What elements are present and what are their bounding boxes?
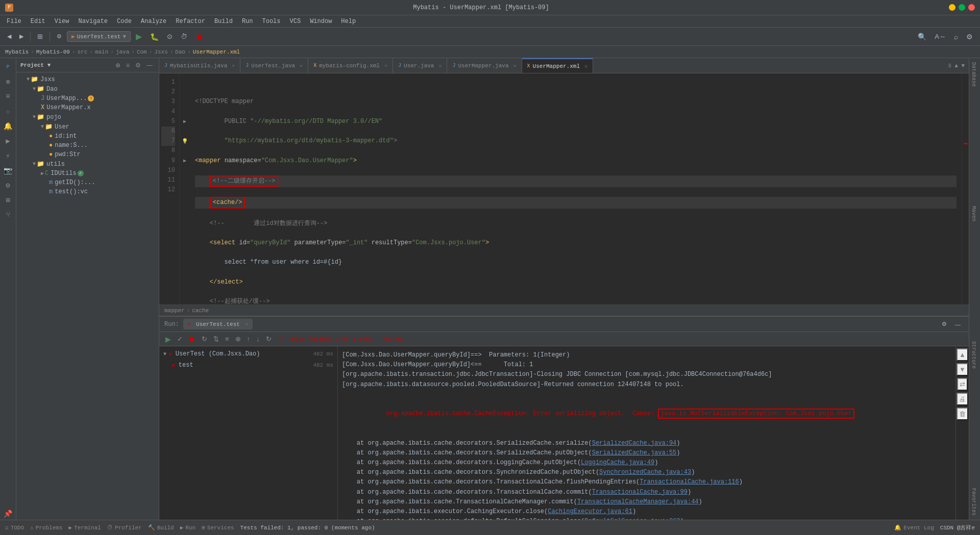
tree-item-test-method[interactable]: m test():vc <box>16 187 159 196</box>
link-cachingexecutor[interactable]: CachingExecutor.java:61 <box>548 508 632 515</box>
run-check[interactable]: ✓ <box>175 334 185 344</box>
menu-navigate[interactable]: Navigate <box>74 17 112 26</box>
tab-usermapperxml[interactable]: X UserMapper.xml ✕ <box>522 58 593 73</box>
run-panel-settings[interactable]: ⚙ <box>939 319 950 329</box>
project-button[interactable]: ⊞ <box>34 31 46 42</box>
tab-usertest[interactable]: J UserTest.java ✕ <box>240 58 308 73</box>
maximize-button[interactable] <box>959 4 965 11</box>
run-button[interactable]: ▶ <box>133 30 145 43</box>
run-expand[interactable]: ⊕ <box>233 334 243 344</box>
run-export[interactable]: ↻ <box>264 334 274 344</box>
sidebar-collapse[interactable]: ≡ <box>124 61 132 70</box>
run-next[interactable]: ↓ <box>254 334 262 344</box>
run-sort[interactable]: ⇅ <box>211 334 221 344</box>
editor-scrollbar[interactable] <box>962 73 969 304</box>
menu-build[interactable]: Build <box>210 17 237 26</box>
left-icon-camera[interactable]: 📷 <box>2 164 14 176</box>
link-serialized-1[interactable]: SerializedCache.java:94 <box>592 440 677 447</box>
tree-item-idint[interactable]: ● id:int <box>16 132 159 141</box>
run-restart[interactable]: ▶ <box>163 334 173 344</box>
status-profiler[interactable]: ⏱ Profiler <box>107 524 142 531</box>
tab-userjava[interactable]: J User.java ✕ <box>393 58 447 73</box>
menu-edit[interactable]: Edit <box>27 17 50 26</box>
breadcrumb-mybatis09[interactable]: Mybatis-09 <box>36 49 70 55</box>
left-icon-terminal2[interactable]: ⊞ <box>2 194 14 206</box>
link-transactional-1[interactable]: TransactionalCache.java:116 <box>640 478 739 486</box>
minimize-button[interactable] <box>949 4 955 11</box>
back-button[interactable]: ◀ <box>4 31 14 42</box>
editor-breadcrumb-cache[interactable]: cache <box>192 308 209 314</box>
console-output[interactable]: [Com.Jsxs.Dao.UserMapper.queryById]==> P… <box>338 346 955 520</box>
run-tab-close[interactable]: ✕ <box>245 321 249 327</box>
editor-breadcrumb-mapper[interactable]: mapper <box>164 308 185 314</box>
run-stop2[interactable]: ⏹ <box>187 334 198 344</box>
sidebar-close[interactable]: — <box>144 61 155 70</box>
run-rerun-failed[interactable]: ↻ <box>200 334 209 344</box>
coverage-button[interactable]: ⊙ <box>164 31 176 42</box>
link-logging[interactable]: LoggingCache.java:49 <box>581 459 654 466</box>
status-run[interactable]: ▶ Run <box>180 524 195 531</box>
tree-item-names[interactable]: ● name:S... <box>16 141 159 150</box>
left-icon-pin[interactable]: 📌 <box>2 507 14 520</box>
tab-close-usermapperxml[interactable]: ✕ <box>584 63 587 69</box>
left-icon-git[interactable]: ⑂ <box>2 209 14 221</box>
breadcrumb-dao[interactable]: Dao <box>175 49 185 55</box>
menu-tools[interactable]: Tools <box>258 17 285 26</box>
stop-button[interactable]: ⏹ <box>192 31 206 43</box>
tree-item-dao[interactable]: ▼ 📁 Dao <box>16 84 159 94</box>
right-label-database[interactable]: Database <box>969 58 980 91</box>
search-everywhere[interactable]: 🔍 <box>915 31 929 43</box>
tab-usermapperjava[interactable]: J UserMapper.java ✕ <box>447 58 522 73</box>
menu-vcs[interactable]: VCS <box>286 17 305 26</box>
status-services[interactable]: ⊞ Services <box>202 524 234 531</box>
status-todo[interactable]: ☑ TODO <box>5 524 24 531</box>
link-serialized-2[interactable]: SerializedCache.java:55 <box>592 449 677 456</box>
run-panel-minimize[interactable]: — <box>952 319 964 329</box>
status-terminal[interactable]: ▶ Terminal <box>68 524 101 531</box>
link-synchronized[interactable]: SynchronizedCache.java:43 <box>599 469 691 476</box>
tree-item-pojo[interactable]: ▼ 📁 pojo <box>16 112 159 122</box>
run-trash[interactable]: 🗑 <box>957 407 968 420</box>
tree-item-getid[interactable]: m getID():... <box>16 178 159 187</box>
menu-help[interactable]: Help <box>337 17 360 26</box>
test-item-test[interactable]: ✕ test 482 ms <box>159 360 337 371</box>
menu-window[interactable]: Window <box>306 17 336 26</box>
tree-item-pwd[interactable]: ● pwd:Str <box>16 150 159 159</box>
run-scroll-down[interactable]: ▼ <box>957 363 968 376</box>
right-label-maven[interactable]: Maven <box>969 202 980 225</box>
settings-button[interactable]: ⚙ <box>963 31 976 43</box>
left-icon-debug[interactable]: ⚡ <box>2 149 14 162</box>
run-tab-usertest[interactable]: ✕ UserTest.test ✕ <box>183 319 253 329</box>
right-label-structure[interactable]: Structure <box>969 337 980 373</box>
left-icon-run2[interactable]: ▶ <box>2 135 14 147</box>
tree-item-jsxs[interactable]: ▼ 📁 Jsxs <box>16 74 159 84</box>
sidebar-locate[interactable]: ⊕ <box>113 61 122 70</box>
breadcrumb-com[interactable]: Com <box>137 49 147 55</box>
menu-refactor[interactable]: Refactor <box>172 17 209 26</box>
tab-close-usermapperjava[interactable]: ✕ <box>513 63 517 69</box>
tab-close-mybatisconfig[interactable]: ✕ <box>384 63 387 69</box>
breadcrumb-src[interactable]: src <box>77 49 87 55</box>
menu-file[interactable]: File <box>3 17 26 26</box>
left-icon-structure[interactable]: ≡ <box>2 90 14 103</box>
tree-item-user[interactable]: ▼ 📁 User <box>16 122 159 132</box>
tree-item-idutils[interactable]: ▶ C IDUtils ✓ <box>16 169 159 178</box>
run-prev[interactable]: ↑ <box>245 334 253 344</box>
breadcrumb-java[interactable]: java <box>116 49 129 55</box>
translate-button[interactable]: A↔ <box>932 31 949 42</box>
breadcrumb-jsxs[interactable]: Jsxs <box>154 49 167 55</box>
debug-button[interactable]: 🐛 <box>147 31 162 43</box>
run-softrap[interactable]: ⇄ <box>957 378 968 391</box>
run-recent-button[interactable]: ⚙ <box>54 31 65 42</box>
tab-mybatisconfig[interactable]: X mybatis-config.xml ✕ <box>308 58 393 73</box>
breadcrumb-file[interactable]: UserMapper.xml <box>193 49 240 55</box>
tree-item-usermapper-xml[interactable]: X UserMapper.x <box>16 103 159 112</box>
tab-close-mybatisutils[interactable]: ✕ <box>232 63 235 69</box>
tree-item-utils[interactable]: ▼ 📁 utils <box>16 159 159 169</box>
tab-close-usertest[interactable]: ✕ <box>300 63 303 69</box>
gutter-7[interactable]: 💡 <box>180 136 190 146</box>
editor-content[interactable]: 1 2 3 4 5 6 7 8 9 10 11 12 ▶ � <box>159 73 969 304</box>
status-event-log[interactable]: 🔔 Event Log <box>894 524 934 531</box>
status-problems[interactable]: ⚠ Problems <box>30 524 62 531</box>
profile-button[interactable]: ⏱ <box>178 31 190 42</box>
